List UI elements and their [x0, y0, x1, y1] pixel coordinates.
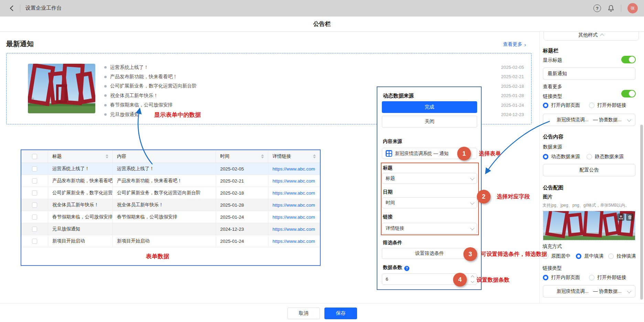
- title-text-input[interactable]: [543, 67, 635, 80]
- bullet-dot-icon: [104, 85, 107, 87]
- radio-fill-original[interactable]: 原图居中: [543, 253, 570, 259]
- radio-fill-stretch[interactable]: 拉伸填满: [608, 253, 636, 259]
- internal-page-select-2[interactable]: 新冠疫情流调... — 协查数据...: [543, 285, 635, 298]
- fill-center-label: 居中填满: [584, 253, 603, 259]
- help-icon[interactable]: ?: [593, 4, 601, 12]
- radio-dynamic-source[interactable]: 动态数据来源: [543, 154, 580, 160]
- radio-external-link-2[interactable]: 打开外部链接: [589, 274, 626, 281]
- sort-icon[interactable]: [106, 154, 108, 158]
- row-checkbox[interactable]: [32, 202, 37, 208]
- row-checkbox[interactable]: [32, 239, 37, 244]
- sort-icon[interactable]: [261, 154, 264, 158]
- table-row[interactable]: 元旦放假通知2024-12-23https://www.abc.com: [21, 223, 320, 235]
- radio-internal-page[interactable]: 打开内部页面: [543, 102, 580, 108]
- cell-title: 新项目开始启动: [52, 238, 85, 244]
- detail-link[interactable]: https://www.abc.com: [272, 239, 315, 244]
- table-row[interactable]: 产品发布新功能，快来看看吧！产品发布新功能，快来看看吧！2025-02-21ht…: [21, 175, 320, 187]
- view-more-toggle[interactable]: [621, 90, 636, 97]
- upload-image-icon[interactable]: [617, 214, 624, 221]
- notice-item[interactable]: 运营系统上线了！: [104, 63, 197, 72]
- configure-announcement-button[interactable]: 配置公告: [543, 164, 635, 176]
- column-header-1[interactable]: 标题: [48, 150, 113, 163]
- radio-external-label: 打开外部链接: [597, 102, 626, 108]
- chevron-up-icon: [600, 33, 604, 38]
- done-button[interactable]: 完成: [382, 101, 477, 113]
- step-circle-1: 1: [457, 147, 471, 160]
- save-button[interactable]: 保存: [324, 308, 357, 319]
- chevron-up-icon[interactable]: [471, 276, 474, 279]
- table-row[interactable]: 春节假期来临，公司放假安排春节假期来临，公司放假安排2025-01-24http…: [21, 211, 320, 223]
- detail-link-cell: https://www.abc.com: [268, 211, 320, 223]
- cell-title-cell: 公司扩展新业务，数字化运营迈...: [48, 187, 113, 199]
- field-link-select[interactable]: 详情链接: [382, 223, 477, 234]
- step-circle-3: 3: [463, 247, 477, 261]
- table-row[interactable]: 祝全体员工新年快乐！祝全体员工新年快乐！2025-01-28https://ww…: [21, 199, 320, 211]
- sidebar-scrollbar[interactable]: [640, 125, 643, 300]
- modal-footer: 取消 保存: [0, 303, 644, 322]
- field-date-select[interactable]: 时间: [382, 197, 477, 208]
- column-header-3[interactable]: 时间: [216, 150, 268, 163]
- table-row[interactable]: 运营系统上线了！运营系统上线了！2025-02-05https://www.ab…: [21, 163, 320, 175]
- field-title-select[interactable]: 标题: [382, 173, 477, 184]
- chevron-down-icon[interactable]: [471, 280, 474, 283]
- cancel-button[interactable]: 取消: [287, 308, 320, 319]
- step-note-4: 设置数据条数: [476, 277, 509, 284]
- show-title-toggle[interactable]: [621, 56, 636, 63]
- notice-item[interactable]: 公司扩展新业务，数字化运营迈向新台阶: [104, 82, 197, 91]
- delete-image-icon[interactable]: [626, 214, 633, 221]
- view-more-link[interactable]: 查看更多 ›: [503, 41, 526, 48]
- cell-time: 2025-01-24: [220, 239, 244, 244]
- count-label: 数据条数?: [383, 264, 409, 271]
- row-checkbox[interactable]: [32, 190, 37, 196]
- step-note-1: 选择表单: [479, 150, 501, 157]
- notice-date: 2025-02-05: [493, 63, 524, 72]
- table-row[interactable]: 新项目开始启动新项目开始启动2025-01-24https://www.abc.…: [21, 235, 320, 247]
- chevron-down-icon: [470, 200, 475, 205]
- row-checkbox[interactable]: [32, 166, 37, 172]
- detail-link[interactable]: https://www.abc.com: [272, 166, 315, 172]
- cell-content: 新项目开始启动: [117, 238, 150, 244]
- cell-content-cell: 祝全体员工新年快乐！: [113, 199, 216, 211]
- help-circle-icon[interactable]: ?: [404, 266, 409, 271]
- radio-external-link[interactable]: 打开外部链接: [589, 102, 626, 108]
- row-checkbox[interactable]: [32, 215, 37, 220]
- detail-link[interactable]: https://www.abc.com: [272, 178, 315, 184]
- avatar[interactable]: 张: [627, 3, 638, 13]
- column-header-label: 详情链接: [272, 153, 311, 159]
- bullet-dot-icon: [104, 66, 107, 69]
- notice-item[interactable]: 春节假期来临，公司放假安排: [104, 101, 197, 110]
- detail-link[interactable]: https://www.abc.com: [272, 215, 315, 220]
- column-header-2: 内容: [113, 150, 216, 163]
- detail-link-cell: https://www.abc.com: [268, 199, 320, 211]
- radio-external-label-2: 打开外部链接: [597, 274, 626, 281]
- titlebar-section-heading: 标题栏: [543, 48, 558, 54]
- detail-link[interactable]: https://www.abc.com: [272, 202, 315, 208]
- bullet-dot-icon: [104, 113, 107, 116]
- select-all-checkbox[interactable]: [32, 154, 37, 159]
- detail-link[interactable]: https://www.abc.com: [272, 190, 315, 196]
- cell-time: 2025-02-21: [220, 178, 244, 184]
- row-checkbox[interactable]: [32, 178, 37, 184]
- internal-page-select[interactable]: 新冠疫情流调... — 协查数据...: [543, 114, 635, 126]
- row-checkbox[interactable]: [32, 227, 37, 232]
- radio-static-source[interactable]: 静态数据来源: [587, 154, 624, 160]
- bell-icon[interactable]: [607, 4, 615, 12]
- set-filter-button[interactable]: 设置筛选条件: [382, 248, 477, 259]
- radio-icon: [587, 154, 592, 159]
- radio-internal-page-2[interactable]: 打开内部页面: [543, 274, 580, 281]
- table-row[interactable]: 公司扩展新业务，数字化运营迈...公司扩展新业务，数字化运营迈向新台阶2025-…: [21, 187, 320, 199]
- radio-icon: [608, 253, 614, 259]
- number-stepper[interactable]: [468, 274, 477, 284]
- back-icon[interactable]: [8, 4, 16, 12]
- notice-item[interactable]: 祝全体员工新年快乐！: [104, 91, 197, 100]
- image-label: 图片: [543, 194, 552, 200]
- column-header-4[interactable]: 详情链接: [268, 150, 320, 163]
- cell-time-cell: 2025-02-18: [216, 187, 268, 199]
- sort-icon[interactable]: [313, 154, 316, 158]
- radio-fill-center[interactable]: 居中填满: [576, 253, 603, 259]
- close-button[interactable]: 关闭: [382, 116, 477, 127]
- notice-item[interactable]: 产品发布新功能，快来看看吧！: [104, 72, 197, 81]
- bullet-dot-icon: [104, 94, 107, 97]
- cell-title: 公司扩展新业务，数字化运营迈...: [52, 190, 113, 196]
- detail-link[interactable]: https://www.abc.com: [272, 227, 315, 232]
